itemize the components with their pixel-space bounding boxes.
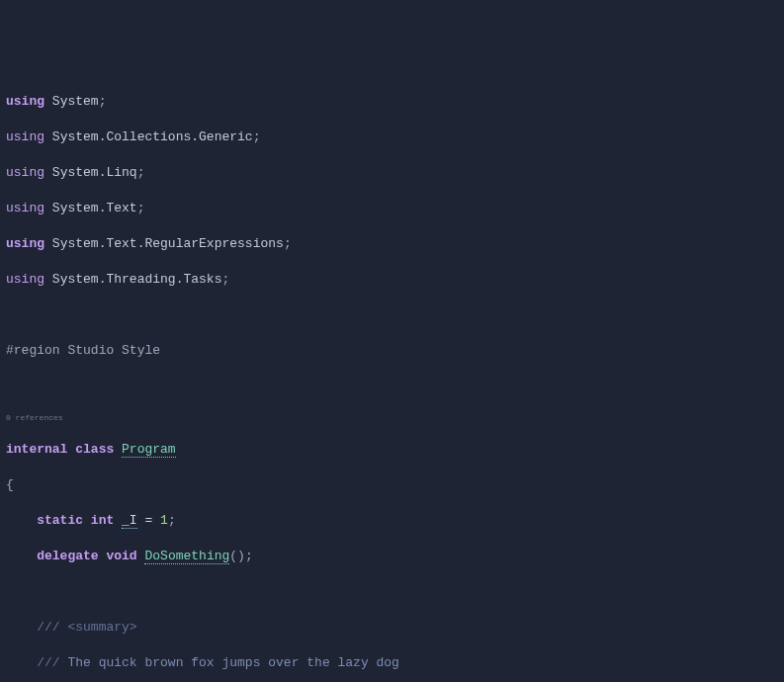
code-editor[interactable]: using System; using System.Collections.G… <box>0 75 784 682</box>
region-start: #region Studio Style <box>0 342 784 360</box>
doc-comment: /// The quick brown fox jumps over the l… <box>0 654 784 672</box>
delegate-name: DoSomething <box>144 549 229 564</box>
keyword: using <box>6 94 44 109</box>
code-line: using System.Text; <box>0 200 784 217</box>
code-line: using System; <box>0 93 784 111</box>
blank-line <box>0 378 784 395</box>
doc-comment: /// <summary> <box>0 619 784 637</box>
code-line: delegate void DoSomething(); <box>0 548 784 565</box>
code-line: using System.Collections.Generic; <box>0 128 784 146</box>
field-name: _I <box>122 513 137 529</box>
codelens[interactable]: 0 references <box>0 413 784 423</box>
code-line: internal class Program <box>0 441 784 459</box>
code-line: static int _I = 1; <box>0 512 784 530</box>
code-line: using System.Text.RegularExpressions; <box>0 235 784 253</box>
brace: { <box>0 476 784 494</box>
class-name: Program <box>122 442 176 458</box>
code-line: using System.Linq; <box>0 164 784 182</box>
namespace: System <box>52 94 99 109</box>
code-line: using System.Threading.Tasks; <box>0 271 784 289</box>
blank-line <box>0 583 784 601</box>
blank-line <box>0 306 784 324</box>
